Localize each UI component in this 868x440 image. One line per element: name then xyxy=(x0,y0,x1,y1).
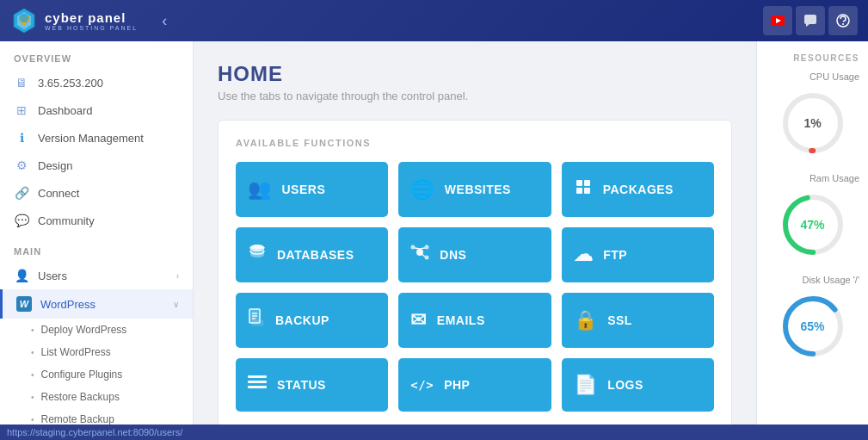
sidebar: OVERVIEW 🖥 3.65.253.200 ⊞ Dashboard ℹ Ve… xyxy=(0,41,194,440)
func-databases-icon xyxy=(248,243,267,267)
func-status-label: STATUS xyxy=(277,378,326,392)
youtube-button[interactable] xyxy=(763,6,792,35)
community-icon: 💬 xyxy=(14,214,29,227)
func-ftp-icon: ☁ xyxy=(574,244,594,266)
functions-grid: 👥 USERS 🌐 WEBSITES xyxy=(236,162,714,412)
design-label: Design xyxy=(38,159,72,172)
sidebar-sub-list-wordpress[interactable]: List WordPress xyxy=(0,341,193,363)
sidebar-sub-configure-plugins[interactable]: Configure Plugins xyxy=(0,363,193,386)
deploy-wordpress-label: Deploy WordPress xyxy=(41,324,127,336)
sidebar-item-connect[interactable]: 🔗 Connect xyxy=(0,179,193,207)
main-content: HOME Use the tabs to navigate through th… xyxy=(194,41,756,440)
sidebar-item-wordpress[interactable]: W WordPress ∨ xyxy=(0,289,193,319)
disk-resource: Disk Usage '/' 65% xyxy=(766,275,859,361)
wordpress-label: WordPress xyxy=(40,298,95,311)
cpu-gauge: 1% xyxy=(779,89,847,158)
community-label: Community xyxy=(38,214,95,227)
func-logs-label: LOGS xyxy=(607,378,643,392)
logo-text: cyber panel WEB HOSTING PANEL xyxy=(45,10,138,31)
func-logs-button[interactable]: 📄 LOGS xyxy=(562,358,714,412)
func-emails-icon: ✉ xyxy=(410,309,427,332)
func-ssl-icon: 🔒 xyxy=(574,309,598,332)
func-status-icon xyxy=(248,374,267,396)
func-ssl-button[interactable]: 🔒 SSL xyxy=(562,293,714,348)
info-icon: ℹ xyxy=(14,131,29,145)
version-management-label: Version Management xyxy=(38,132,144,145)
func-dns-label: DNS xyxy=(440,248,466,262)
svg-rect-13 xyxy=(584,188,590,194)
ram-gauge: 47% xyxy=(779,190,847,259)
func-backup-icon xyxy=(248,308,265,332)
func-websites-button[interactable]: 🌐 WEBSITES xyxy=(398,162,551,217)
functions-title: AVAILABLE FUNCTIONS xyxy=(236,138,714,148)
func-backup-label: BACKUP xyxy=(275,313,329,327)
monitor-icon: 🖥 xyxy=(14,76,29,90)
func-packages-icon xyxy=(574,177,593,201)
sidebar-item-ip[interactable]: 🖥 3.65.253.200 xyxy=(0,69,193,96)
func-php-button[interactable]: </> PHP xyxy=(398,358,551,412)
sidebar-item-community[interactable]: 💬 Community xyxy=(0,207,193,234)
sidebar-item-users[interactable]: 👤 Users › xyxy=(0,262,193,289)
func-users-label: USERS xyxy=(282,183,326,196)
sidebar-sub-deploy-wordpress[interactable]: Deploy WordPress xyxy=(0,319,193,341)
design-icon: ⚙ xyxy=(14,158,29,172)
page-title: HOME xyxy=(218,62,732,86)
wordpress-icon: W xyxy=(16,296,32,312)
svg-point-14 xyxy=(250,245,264,250)
cpu-label: CPU Usage xyxy=(766,71,859,82)
users-chevron: › xyxy=(176,271,179,281)
func-ssl-label: SSL xyxy=(607,313,632,327)
cpu-resource: CPU Usage 1% xyxy=(766,71,859,158)
resources-panel: RESOURCES CPU Usage 1% Ram Usage 47% xyxy=(756,41,868,440)
sidebar-item-dashboard[interactable]: ⊞ Dashboard xyxy=(0,96,193,124)
chat-button[interactable] xyxy=(796,6,825,35)
func-php-label: PHP xyxy=(444,378,470,392)
func-packages-button[interactable]: PACKAGES xyxy=(562,162,714,217)
func-emails-label: EMAILS xyxy=(437,313,485,327)
connect-icon: 🔗 xyxy=(14,186,29,200)
disk-gauge: 65% xyxy=(779,292,847,361)
dashboard-icon: ⊞ xyxy=(14,103,29,117)
list-wordpress-label: List WordPress xyxy=(41,346,111,358)
func-users-button[interactable]: 👥 USERS xyxy=(236,162,388,217)
ram-label: Ram Usage xyxy=(766,173,859,183)
ip-address: 3.65.253.200 xyxy=(38,77,103,90)
svg-rect-6 xyxy=(804,15,816,24)
svg-marker-7 xyxy=(806,24,810,27)
func-databases-label: DATABASES xyxy=(277,248,354,262)
main-section-title: MAIN xyxy=(0,234,193,262)
functions-card: AVAILABLE FUNCTIONS 👥 USERS 🌐 WEBSITES xyxy=(218,120,732,430)
sidebar-toggle[interactable]: ‹ xyxy=(162,12,167,30)
sidebar-item-design[interactable]: ⚙ Design xyxy=(0,152,193,179)
svg-rect-30 xyxy=(248,386,267,388)
sidebar-sub-restore-backups[interactable]: Restore Backups xyxy=(0,386,193,408)
func-dns-button[interactable]: DNS xyxy=(398,227,551,282)
svg-point-9 xyxy=(842,23,844,25)
logo-icon xyxy=(10,7,38,34)
func-emails-button[interactable]: ✉ EMAILS xyxy=(398,293,551,348)
func-php-icon: </> xyxy=(410,378,434,392)
status-bar: https://staging.cyberpanel.net:8090/user… xyxy=(0,425,868,440)
wordpress-chevron: ∨ xyxy=(173,300,179,309)
func-backup-button[interactable]: BACKUP xyxy=(236,293,388,348)
ram-resource: Ram Usage 47% xyxy=(766,173,859,259)
ram-value: 47% xyxy=(800,218,824,232)
resources-title: RESOURCES xyxy=(766,53,859,63)
svg-rect-28 xyxy=(248,375,267,378)
support-button[interactable] xyxy=(828,6,858,35)
svg-line-20 xyxy=(420,248,425,249)
logo-area: cyber panel WEB HOSTING PANEL ‹ xyxy=(10,7,167,34)
func-databases-button[interactable]: DATABASES xyxy=(236,227,388,282)
cpu-value: 1% xyxy=(803,116,821,130)
users-label: Users xyxy=(38,270,67,282)
logo-title: cyber panel xyxy=(45,10,138,25)
func-ftp-button[interactable]: ☁ FTP xyxy=(562,227,714,282)
disk-label: Disk Usage '/' xyxy=(766,275,859,285)
func-ftp-label: FTP xyxy=(603,248,627,262)
sidebar-item-version-management[interactable]: ℹ Version Management xyxy=(0,124,193,152)
svg-rect-11 xyxy=(584,180,590,186)
restore-backups-label: Restore Backups xyxy=(41,391,120,403)
func-status-button[interactable]: STATUS xyxy=(236,358,388,412)
func-packages-label: PACKAGES xyxy=(603,183,674,196)
func-websites-label: WEBSITES xyxy=(445,183,511,196)
